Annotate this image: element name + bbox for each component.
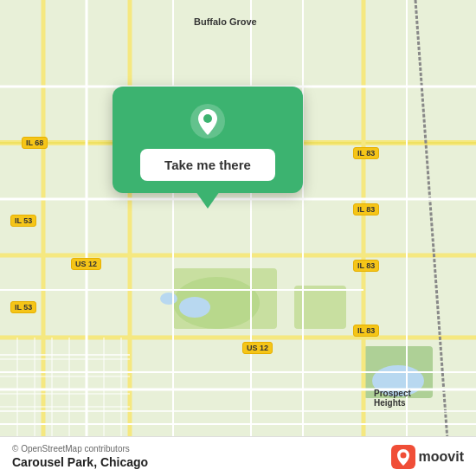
prospect-heights-label: ProspectHeights xyxy=(370,388,415,408)
location-pin-icon xyxy=(189,102,227,140)
il-53-label-1: IL 53 xyxy=(10,215,36,227)
il-83-label-4: IL 83 xyxy=(353,325,379,337)
buffalo-grove-label: Buffalo Grove xyxy=(190,16,261,28)
svg-point-6 xyxy=(160,293,177,305)
map-container: Buffalo Grove IL 68 IL 83 IL 83 IL 83 IL… xyxy=(0,0,476,476)
bottom-left-info: © OpenStreetMap contributors Carousel Pa… xyxy=(12,444,148,469)
il-53-label-2: IL 53 xyxy=(10,301,36,313)
svg-point-43 xyxy=(400,452,406,458)
svg-point-5 xyxy=(179,297,210,318)
il-83-label-1: IL 83 xyxy=(353,147,379,159)
bottom-bar: © OpenStreetMap contributors Carousel Pa… xyxy=(0,436,476,476)
il-83-label-2: IL 83 xyxy=(353,203,379,215)
il-83-label-3: IL 83 xyxy=(353,260,379,272)
take-me-there-button[interactable]: Take me there xyxy=(140,149,275,181)
moovit-logo: moovit xyxy=(391,445,464,469)
us-12-label-1: US 12 xyxy=(71,258,101,270)
popup-card: Take me there xyxy=(113,87,303,193)
location-name: Carousel Park, Chicago xyxy=(12,455,148,469)
us-12-label-2: US 12 xyxy=(242,342,273,354)
il-68-label: IL 68 xyxy=(22,137,48,149)
svg-point-41 xyxy=(203,114,212,123)
moovit-icon xyxy=(391,445,415,469)
moovit-text: moovit xyxy=(419,449,464,465)
osm-attribution: © OpenStreetMap contributors xyxy=(12,444,148,453)
